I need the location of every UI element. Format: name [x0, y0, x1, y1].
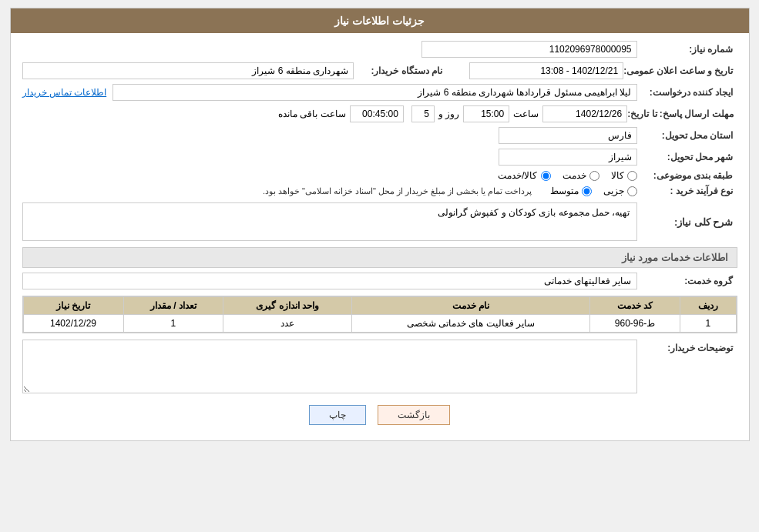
nam-dastgah-value: شهرداری منطقه 6 شیراز [22, 62, 354, 79]
services-table: ردیف کد خدمت نام خدمت واحد اندازه گیری ت… [23, 296, 737, 333]
col-radif: ردیف [680, 297, 736, 315]
table-cell: سایر فعالیت های خدماتی شخصی [351, 315, 589, 333]
khadamat-title: اطلاعات خدمات مورد نیاز [622, 252, 729, 263]
row-farayand: نوع فرآیند خرید : جزیی متوسط پرداخت تمام… [22, 186, 737, 196]
farayand-label: نوع فرآیند خرید : [637, 186, 737, 196]
radio-kala-khedmat-input[interactable] [541, 171, 551, 181]
col-tedad: تعداد / مقدار [123, 297, 223, 315]
radio-jozei-label: جزیی [603, 186, 624, 196]
row-shomare-niaz: شماره نیاز: 1102096978000095 [22, 41, 737, 58]
mohlat-baqi: 00:45:00 [350, 105, 404, 122]
radio-khedmat: خدمت [563, 170, 599, 181]
row-sharh: شرح کلی نیاز: تهیه، حمل مجموعه بازی کودک… [22, 202, 737, 241]
baqi-label: ساعت باقی مانده [278, 109, 346, 119]
table-row: 1ط-96-960سایر فعالیت های خدماتی شخصیعدد1… [23, 315, 736, 333]
radio-kala-khedmat-label: کالا/خدمت [498, 170, 537, 181]
page-title: جزئیات اطلاعات نیاز [334, 15, 425, 27]
shahr-value: شیراز [499, 149, 637, 166]
row-grouh: گروه خدمت: سایر فعالیتهای خدماتی [22, 273, 737, 289]
table-cell: عدد [223, 315, 351, 333]
row-shahr: شهر محل تحویل: شیراز [22, 149, 737, 166]
content-area: شماره نیاز: 1102096978000095 تاریخ و ساع… [11, 33, 749, 440]
nam-dastgah-label: نام دستگاه خریدار: [354, 65, 446, 76]
ostan-label: استان محل تحویل: [637, 130, 737, 141]
shomare-niaz-label: شماره نیاز: [637, 44, 737, 55]
tabaqe-label: طبقه بندی موضوعی: [637, 170, 737, 181]
col-tarikh: تاریخ نیاز [23, 297, 123, 315]
col-nam: نام خدمت [351, 297, 589, 315]
page-header: جزئیات اطلاعات نیاز [11, 8, 749, 33]
ejad-value: لیلا ابراهیمی مسئول قراردادها شهرداری من… [113, 84, 636, 101]
shahr-label: شهر محل تحویل: [637, 152, 737, 162]
khadamat-section-title: اطلاعات خدمات مورد نیاز [22, 247, 737, 268]
col-vahed: واحد اندازه گیری [223, 297, 351, 315]
radio-motavasset-input[interactable] [582, 186, 592, 196]
ejad-label: ایجاد کننده درخواست: [637, 87, 737, 98]
row-ostan: استان محل تحویل: فارس [22, 127, 737, 144]
row-mohlat: مهلت ارسال پاسخ: تا تاریخ: 1402/12/26 سا… [22, 105, 737, 122]
farayand-radio-group: جزیی متوسط پرداخت تمام یا بخشی از مبلغ خ… [263, 186, 637, 196]
radio-kala-khedmat: کالا/خدمت [498, 170, 550, 181]
mohlat-date: 1402/12/26 [542, 105, 627, 122]
radio-jozei-input[interactable] [627, 186, 637, 196]
radio-khedmat-input[interactable] [589, 171, 599, 181]
mohlat-roz: 5 [411, 105, 435, 122]
ejad-fields: لیلا ابراهیمی مسئول قراردادها شهرداری من… [22, 84, 637, 101]
grouh-label: گروه خدمت: [637, 276, 737, 286]
radio-kala-input[interactable] [627, 171, 637, 181]
row-tabaqe: طبقه بندی موضوعی: کالا خدمت کالا/خدمت [22, 170, 737, 181]
services-table-container: ردیف کد خدمت نام خدمت واحد اندازه گیری ت… [22, 296, 737, 333]
row-tarikh: تاریخ و ساعت اعلان عمومی: 1402/12/21 - 1… [22, 62, 737, 79]
row-ejad: ایجاد کننده درخواست: لیلا ابراهیمی مسئول… [22, 84, 737, 101]
tarikh-value: 1402/12/21 - 13:08 [469, 62, 623, 79]
mohlat-label: مهلت ارسال پاسخ: تا تاریخ: [627, 109, 737, 119]
row-tawsiyat: توضیحات خریدار: [22, 340, 737, 393]
radio-jozei: جزیی [603, 186, 637, 196]
print-button[interactable]: چاپ [309, 405, 366, 425]
back-button[interactable]: بازگشت [378, 405, 450, 425]
radio-kala-label: کالا [611, 170, 624, 181]
ostan-value: فارس [499, 127, 637, 144]
radio-motavasset-label: متوسط [550, 186, 579, 196]
sharh-value: تهیه، حمل مجموعه بازی کودکان و کفپوش گرا… [438, 207, 630, 218]
radio-motavasset: متوسط [550, 186, 592, 196]
table-cell: ط-96-960 [589, 315, 680, 333]
farayand-note: پرداخت تمام یا بخشی از مبلغ خریدار از مح… [263, 186, 532, 196]
radio-kala: کالا [611, 170, 637, 181]
col-kod: کد خدمت [589, 297, 680, 315]
saat-label: ساعت [513, 109, 539, 119]
table-cell: 1402/12/29 [23, 315, 123, 333]
table-cell: 1 [123, 315, 223, 333]
mohlat-saat: 15:00 [463, 105, 509, 122]
tawsiyat-textarea[interactable] [22, 340, 637, 393]
sharh-container: تهیه، حمل مجموعه بازی کودکان و کفپوش گرا… [22, 202, 637, 241]
table-header-row: ردیف کد خدمت نام خدمت واحد اندازه گیری ت… [23, 297, 736, 315]
table-cell: 1 [680, 315, 736, 333]
shomare-niaz-value: 1102096978000095 [421, 41, 637, 58]
tabaqe-radio-group: کالا خدمت کالا/خدمت [498, 170, 636, 181]
sharh-label: شرح کلی نیاز: [637, 216, 737, 228]
page-container: جزئیات اطلاعات نیاز شماره نیاز: 11020969… [10, 8, 750, 441]
buttons-row: بازگشت چاپ [22, 405, 737, 425]
ettelaat-link[interactable]: اطلاعات تماس خریدار [22, 87, 107, 98]
tarikh-label: تاریخ و ساعت اعلان عمومی: [623, 65, 737, 76]
roz-label: روز و [438, 109, 459, 119]
radio-khedmat-label: خدمت [563, 170, 586, 181]
tawsiyat-label: توضیحات خریدار: [637, 340, 737, 353]
grouh-value: سایر فعالیتهای خدماتی [22, 273, 637, 289]
